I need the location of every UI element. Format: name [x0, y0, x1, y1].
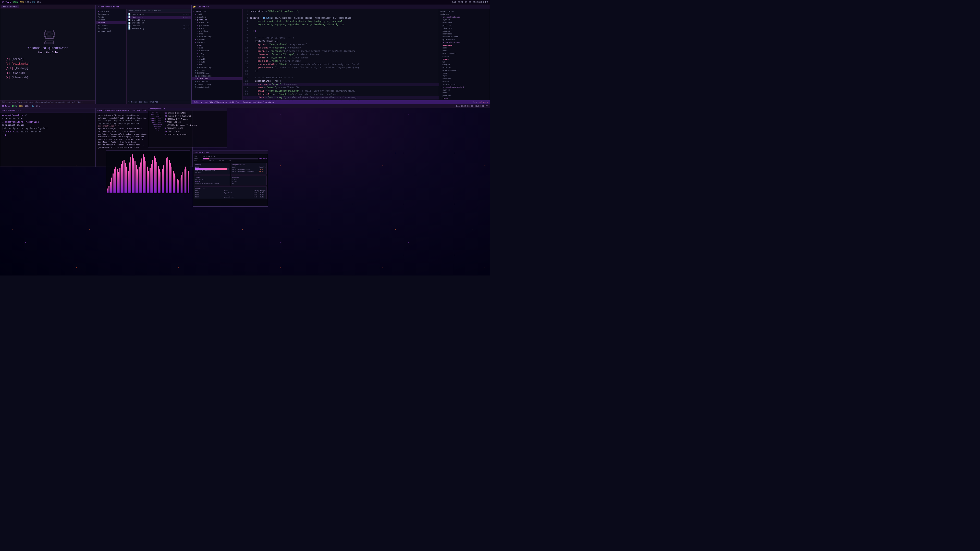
tree-license[interactable]: ≡ LICENSE [192, 69, 242, 72]
tree-git[interactable]: ▸ .git [192, 13, 242, 16]
tree-homelab[interactable]: ▸ home lab [192, 21, 242, 24]
shortcut-history[interactable]: [S h] [History] [5, 66, 90, 71]
outline-nixpkgs-patched: ▾ ▸ nixpkgs-patched [439, 86, 490, 89]
spectrum-bar-12 [124, 160, 124, 192]
tree-system[interactable]: ▸ system [192, 38, 242, 41]
tree-wsl[interactable]: ▸ wsl [192, 32, 242, 35]
tree-install-org[interactable]: ≡ install.org [192, 83, 242, 86]
tree-user[interactable]: ▾ user [192, 44, 242, 46]
editor-status-file: ● .dotfiles/flake.nix [201, 101, 227, 103]
fm-file-installorg[interactable]: 📄 install.org [127, 19, 191, 21]
editor-status-pos: 3:10 Top: [229, 101, 240, 103]
editor-code-area[interactable]: 1 description = "Flake of LibrePhoenix";… [243, 9, 439, 100]
outline-usersettings: ▾ ▸ userSettings [439, 41, 490, 44]
tree-harden-sh[interactable]: ≡ harden.sh [192, 80, 242, 83]
tree-lang[interactable]: ▸ lang [192, 52, 242, 55]
fm-sidebar-themes[interactable]: Themes [96, 21, 126, 24]
spectrum-bar-57 [185, 167, 186, 192]
term-line-2: $ cd ~/.dotfiles [2, 118, 94, 121]
fm-sidebar-music[interactable]: Music [96, 16, 126, 18]
fm-sidebar-dotave[interactable]: dotave-work [96, 30, 126, 32]
code-line-6: 6 [243, 27, 439, 30]
sysmon-disk-list: /dev/dm-0 / 504GB /dev/dm-0 /nix/store 5… [195, 179, 229, 184]
tree-readme-root[interactable]: ≡ README.org [192, 72, 242, 75]
shortcut-closetab[interactable]: [x] [Close tab] [5, 76, 90, 80]
fm-file-flakenix[interactable]: 📄 flake.nix 2.26 K [127, 16, 191, 19]
fm-file-readme[interactable]: 📄 README.org 74.2 K [127, 27, 191, 30]
fm-sidebar-videos[interactable]: Videos [96, 18, 126, 21]
status-s3: 10s [37, 1, 41, 3]
code-line-14: 14 timezone = "America/Chicago"; # selec… [243, 53, 439, 56]
bottom-status-cpu: 20% [19, 105, 22, 107]
tree-install-sh[interactable]: ≡ install.sh [192, 86, 242, 89]
outline-browser: browser [439, 66, 490, 69]
fm-file-installsh[interactable]: 📄 install.sh [127, 21, 191, 24]
tree-readme-profiles[interactable]: ≡ README.org [192, 35, 242, 38]
fm-file-list: /home/emmet/.dotfiles/flake.nix 📄 flake.… [127, 9, 191, 104]
neofetch-body: // \\ //// \\\\ :::://####\\ :::::://###… [148, 110, 227, 147]
term-left-body[interactable]: ◆ emmetfsnowfire ~/ $ cd ~/.dotfiles ◆ e… [0, 113, 95, 167]
nf-uptime: ! UPTIME: 21 hours 7 minutes [165, 124, 226, 127]
sysmon-net-stats: ↓ 36.0 ↑ 10.5 0% [232, 179, 266, 184]
qb-logo: ╔══════╗ ╔╝ ░░░░ ╚╗ ║ ░░ ░░ ║ ╚╗ ░░░░ ╔╝… [41, 29, 55, 44]
fm-sidebar-external[interactable]: External [96, 24, 126, 27]
tree-style[interactable]: ▸ style [192, 60, 242, 63]
code-line-22: 22 userSettings = rec { [243, 79, 439, 83]
neofetch-info: WE emmet @ snowfire OS nixos 24.05 (uaka… [165, 111, 226, 146]
window-neofetch: emmet@snowfire // \\ //// \\\\ :::://###… [148, 106, 227, 148]
outline-description: description [439, 10, 490, 13]
outline-wm: wm [439, 60, 490, 63]
tree-themes[interactable]: ▸ themes [192, 41, 242, 44]
sysmon-network-panel: Network ↓ 36.0 ↑ 10.5 0% [231, 176, 267, 186]
tree-patches[interactable]: ▸ patches [192, 16, 242, 18]
outline-theme: theme [439, 58, 490, 60]
spectrum-bar-34 [154, 156, 154, 192]
statusbar-right: Sat 2024-03-09 05:06:00 PM [452, 1, 488, 3]
spectrum-bar-32 [151, 164, 152, 192]
tree-desktop-png[interactable]: 🖼 desktop.png [192, 75, 242, 77]
shortcut-newtab[interactable]: [t] [New tab] [5, 71, 90, 76]
sysmon-mem-bar [195, 168, 229, 170]
fm-sidebar-external2[interactable]: External [96, 27, 126, 30]
tree-personal[interactable]: ▸ personal [192, 24, 242, 27]
term-line-1: ◆ emmetfsnowfire ~/ [2, 114, 94, 118]
fm-summary: 4.4M sum, 133k free 8/13 All [127, 100, 191, 104]
tree-app[interactable]: ▸ app [192, 46, 242, 49]
qb-tab-active[interactable]: Tech Profile [1, 5, 19, 8]
outline-profile: profile [439, 24, 490, 27]
tree-root[interactable]: ▾ .dotfiles [192, 10, 242, 13]
code-line-2: 2 [243, 13, 439, 17]
spectrum-bar-10 [121, 164, 122, 192]
nf-packages: B PACKAGES: 3577 [165, 127, 226, 130]
qb-url: file:///home/emmet/.browser/Tech/config/… [2, 101, 83, 103]
term-left-titlebar: emmetfsnowfire:~ [0, 108, 95, 113]
tree-work[interactable]: ▸ work [192, 27, 242, 30]
shortcut-quickmarks[interactable]: [b] [Quickmarks] [5, 62, 90, 66]
tree-flake-nix[interactable]: ≡ flake.nix [192, 77, 242, 80]
outline-editor2: editor [439, 80, 490, 83]
sysmon-cpu-section: CPU ~ 1.53 1.14 0.78 100% CPU like 0Ss 1… [194, 156, 267, 162]
spectrum-bar-3 [111, 178, 112, 192]
fm-file-flakelock[interactable]: 📄 flake.lock 27.5 K [127, 13, 191, 16]
tree-worklab[interactable]: ▸ worklab [192, 30, 242, 32]
spectrum-bars [106, 151, 190, 194]
fm-titlebar: ● emmetfsnowfire:~ [96, 5, 191, 9]
spectrum-bar-47 [172, 167, 172, 192]
fm-file-license[interactable]: 📄 LICENSE 34.2 K [127, 24, 191, 27]
spectrum-bar-20 [135, 161, 135, 192]
spectrum-bar-51 [177, 179, 178, 192]
shortcut-search[interactable]: [o] [Search] [5, 57, 90, 62]
outline-timezone: timezone [439, 27, 490, 30]
tree-hardware[interactable]: ▸ hardware [192, 49, 242, 52]
outline-bootmode: bootMode [439, 32, 490, 35]
tree-wm[interactable]: ▸ wm [192, 63, 242, 66]
tree-shell[interactable]: ▸ shell [192, 58, 242, 60]
spectrum-bar-36 [156, 162, 157, 192]
code-line-25: 25 email = "emmet@librephoenix.com"; # e… [243, 89, 439, 93]
tree-pkgs[interactable]: ▸ pkgs [192, 55, 242, 58]
tree-readme-user[interactable]: ≡ README.org [192, 66, 242, 69]
qb-statusbar: file:///home/emmet/.browser/Tech/config/… [0, 100, 95, 104]
outline-email: email [439, 49, 490, 52]
tree-profiles[interactable]: ▾ profiles [192, 18, 242, 21]
fm-sidebar-documents[interactable]: Documents [96, 13, 126, 16]
